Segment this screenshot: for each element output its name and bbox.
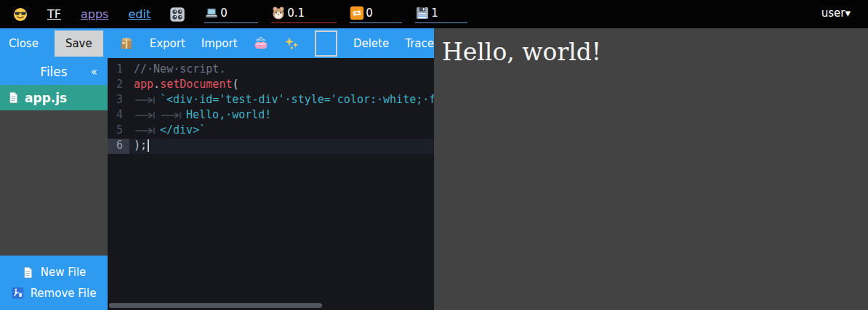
counter-field-repeat[interactable]: 0 xyxy=(350,6,402,23)
text-cursor xyxy=(148,139,149,152)
preview-panel: Hello, world! xyxy=(434,28,868,310)
code-line-4[interactable]: Hello,·world! xyxy=(129,108,434,123)
sparkles-icon[interactable] xyxy=(284,36,299,51)
counter-field-hamster[interactable]: 0.1 xyxy=(271,6,337,23)
trace-button[interactable]: Trace xyxy=(405,37,434,50)
gutter-line-number: 3 xyxy=(108,93,129,108)
preview-text: Hello, world! xyxy=(442,38,868,66)
user-menu[interactable]: user▾ xyxy=(821,7,851,20)
counter-value: 0.1 xyxy=(287,8,305,19)
tab-indicator-icon xyxy=(160,109,186,122)
remove-file-button[interactable]: Remove File xyxy=(0,287,108,300)
code-line-1[interactable]: //·New·script. xyxy=(129,62,434,78)
code-token: Hello,·world! xyxy=(186,108,271,121)
toolbar: Close Save Export Import Delete Trace xyxy=(0,28,434,58)
file-list-empty-area xyxy=(0,110,108,256)
tab-indicator-icon xyxy=(134,124,160,137)
new-file-label: New File xyxy=(41,266,87,279)
empty-toolbar-button[interactable] xyxy=(315,30,337,57)
brand-link[interactable]: TF xyxy=(47,7,61,21)
export-button[interactable]: Export xyxy=(150,37,185,50)
file-name: app.js xyxy=(25,91,67,105)
counter-value: 1 xyxy=(431,8,438,19)
sidebar-header: Files « xyxy=(0,58,108,85)
tab-indicator-icon xyxy=(134,109,160,122)
file-list: app.js xyxy=(0,85,108,110)
editor-code-area[interactable]: //·New·script.app.setDocument(`<div·id='… xyxy=(129,58,434,310)
topbar: TF apps edit 00.101 user▾ xyxy=(0,0,868,28)
app-column: Close Save Export Import Delete Trace Fi… xyxy=(0,28,434,310)
code-line-2[interactable]: app.setDocument( xyxy=(129,78,434,93)
save-button[interactable]: Save xyxy=(55,30,103,57)
import-button[interactable]: Import xyxy=(201,37,238,50)
edit-link[interactable]: edit xyxy=(128,7,150,21)
code-token: </div>` xyxy=(160,123,206,136)
code-line-5[interactable]: </div>` xyxy=(129,123,434,139)
sunglasses-face-icon[interactable] xyxy=(13,7,28,22)
gutter-line-number: 2 xyxy=(108,78,129,93)
file-item-app.js[interactable]: app.js xyxy=(0,85,108,110)
code-token: `<div·id='test-div'·style='color:·white;… xyxy=(160,93,434,106)
floppy-icon xyxy=(415,6,430,20)
topbar-counters: 00.101 xyxy=(204,6,467,23)
code-token: . xyxy=(153,78,160,91)
close-button[interactable]: Close xyxy=(9,37,39,50)
gutter-line-number: 5 xyxy=(108,123,129,139)
sidebar-footer: New File Remove File xyxy=(0,256,108,310)
repeat-icon xyxy=(350,6,364,20)
delete-button[interactable]: Delete xyxy=(353,37,389,50)
code-line-6[interactable]: ); xyxy=(129,139,434,154)
counter-value: 0 xyxy=(366,8,373,19)
editor-gutter: 123456 xyxy=(108,58,129,310)
laptop-icon xyxy=(204,6,219,20)
gutter-line-number: 6 xyxy=(108,139,129,154)
counter-field-laptop[interactable]: 0 xyxy=(204,6,258,23)
new-file-page-icon xyxy=(22,266,34,279)
files-sidebar: Files « app.js New File Remove File xyxy=(0,58,108,310)
gutter-line-number: 4 xyxy=(108,108,129,123)
apps-link[interactable]: apps xyxy=(81,7,108,21)
litter-bin-icon xyxy=(12,287,24,299)
code-token: setDocument xyxy=(160,78,232,91)
remove-file-label: Remove File xyxy=(31,287,97,300)
package-icon[interactable] xyxy=(119,36,134,51)
code-line-3[interactable]: `<div·id='test-div'·style='color:·white;… xyxy=(129,93,434,108)
soap-icon[interactable] xyxy=(254,36,268,51)
counter-field-floppy[interactable]: 1 xyxy=(415,6,467,23)
gutter-line-number: 1 xyxy=(108,62,129,78)
code-token: app xyxy=(134,78,153,91)
counter-value: 0 xyxy=(220,8,228,19)
control-knobs-icon[interactable] xyxy=(170,7,185,22)
code-token: ( xyxy=(232,78,238,91)
code-editor[interactable]: 123456 //·New·script.app.setDocument(`<d… xyxy=(108,58,434,310)
code-token: //·New·script. xyxy=(134,62,225,76)
hamster-icon xyxy=(271,6,286,20)
new-file-button[interactable]: New File xyxy=(0,266,108,279)
file-page-icon xyxy=(7,91,20,104)
horizontal-scrollbar[interactable] xyxy=(109,303,322,308)
code-token: ); xyxy=(134,139,147,152)
collapse-sidebar-button[interactable]: « xyxy=(91,65,97,78)
tab-indicator-icon xyxy=(134,94,160,107)
